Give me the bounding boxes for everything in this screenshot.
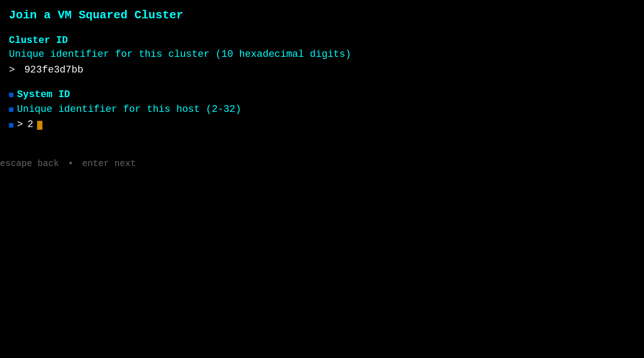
system-id-input-row: > 2	[9, 118, 635, 132]
system-id-value[interactable]: 2	[27, 118, 33, 132]
system-id-prompt: >	[17, 118, 23, 132]
cluster-id-input-line: > 923fe3d7bb	[9, 64, 635, 77]
footer-separator: •	[68, 158, 73, 169]
system-id-label-row: System ID	[9, 88, 635, 102]
system-id-label: System ID	[17, 88, 70, 102]
cursor-block	[37, 121, 42, 130]
system-id-indicator-1	[9, 93, 13, 97]
system-id-indicator-3	[9, 123, 13, 128]
enter-hint: enter next	[82, 158, 136, 169]
system-id-description: Unique identifier for this host (2-32)	[17, 103, 241, 117]
system-id-section: System ID Unique identifier for this hos…	[9, 88, 635, 132]
footer-hints: escape back • enter next	[0, 158, 136, 170]
cluster-id-description: Unique identifier for this cluster (10 h…	[9, 48, 635, 62]
system-id-indicator-2	[9, 107, 13, 112]
cluster-id-section: Cluster ID Unique identifier for this cl…	[9, 34, 635, 77]
terminal-window: Join a VM Squared Cluster Cluster ID Uni…	[0, 0, 644, 358]
cluster-id-prompt: >	[9, 64, 15, 76]
cluster-id-label: Cluster ID	[9, 34, 635, 48]
page-title: Join a VM Squared Cluster	[9, 7, 635, 23]
system-id-description-row: Unique identifier for this host (2-32)	[9, 103, 635, 117]
escape-hint: escape back	[0, 158, 59, 169]
cluster-id-value: 923fe3d7bb	[24, 64, 83, 76]
